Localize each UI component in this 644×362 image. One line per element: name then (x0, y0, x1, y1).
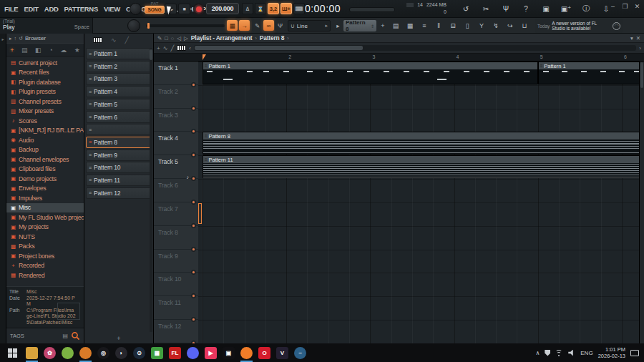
automation-filter-icon[interactable]: ╱ (125, 36, 129, 44)
playlist-breadcrumb-current[interactable]: Pattern 8 (260, 34, 285, 41)
pattern-item[interactable]: ≡ Pattern 11 (86, 175, 152, 186)
track-row[interactable]: Track 3 (154, 109, 198, 132)
plugin-picker-icon[interactable]: ▯ (462, 20, 473, 31)
taskbar-fl-studio[interactable] (238, 343, 255, 362)
add-pattern-button[interactable]: + (379, 20, 387, 31)
maximize-button[interactable]: ❐ (621, 3, 629, 10)
info-icon[interactable]: ⓘ (580, 2, 592, 15)
song-position-slider[interactable] (349, 7, 395, 12)
playlist-breadcrumb-root[interactable]: Playlist - Arrangement (191, 34, 253, 41)
vscroll-thumb[interactable] (640, 62, 643, 88)
browser-item[interactable]: ◧ Plugin database (6, 77, 84, 87)
slider-thumb[interactable] (147, 23, 150, 29)
track-name[interactable]: Track 5 (158, 158, 178, 165)
close-button[interactable]: ✕ (633, 3, 641, 10)
track-name[interactable]: Track 7 (158, 205, 178, 212)
draw-tool-icon[interactable]: ✎ (157, 35, 162, 41)
picker-scroll-thumb[interactable] (150, 49, 152, 60)
volume-icon[interactable] (568, 350, 575, 356)
menu-item[interactable]: PATTERNS (62, 5, 101, 13)
track-row[interactable]: Track 11 (154, 296, 198, 320)
taskbar-obs[interactable]: ◎ (94, 343, 112, 362)
track-name[interactable]: Track 9 (158, 253, 178, 260)
browser-item[interactable]: + Recorded (6, 261, 84, 271)
start-button[interactable] (4, 343, 21, 362)
time-display[interactable]: 0:00:00 (301, 1, 345, 16)
track-record-button[interactable] (191, 247, 196, 252)
channel-rack-icon[interactable]: ≡ (419, 20, 430, 31)
browser-item[interactable]: ▣ Recent files (6, 68, 84, 78)
marker-jump-icon[interactable]: ▸ (333, 20, 343, 31)
picker-add-button[interactable]: + (84, 333, 153, 343)
tempo-tap-icon[interactable]: Y (476, 20, 487, 31)
mixer-icon[interactable]: ‖ (433, 20, 444, 31)
one-click-record-icon[interactable]: ↺ (459, 2, 472, 15)
minimize-button[interactable]: – (609, 3, 617, 10)
track-name[interactable]: Track 10 (158, 275, 181, 283)
left-rail[interactable]: ▸ (0, 34, 6, 343)
master-volume-knob[interactable] (130, 3, 142, 15)
precount-icon[interactable]: 3,2 (268, 3, 279, 14)
notification-center-icon[interactable] (630, 350, 639, 356)
picker-scrollbar[interactable] (150, 48, 152, 332)
master-pitch-slider[interactable] (146, 24, 225, 27)
track-name[interactable]: Track 8 (158, 229, 178, 236)
slide-tool-icon[interactable]: ✎ (252, 20, 263, 31)
browser-tab-favorites[interactable]: ★ (74, 47, 80, 54)
browser-tab-recent[interactable]: ◔ (49, 47, 52, 54)
pattern-selector[interactable]: Pattern 8 ⇕ (343, 20, 376, 31)
security-shield-icon[interactable] (545, 350, 550, 356)
pattern-item[interactable]: ≡ Pattern 8 (86, 137, 152, 148)
track-row[interactable]: Track 4 (154, 132, 198, 155)
scroll-right-icon[interactable]: › (639, 45, 641, 52)
song-mode-button[interactable]: SONG (145, 6, 165, 14)
track-name[interactable]: Track 6 (158, 182, 178, 189)
taskbar-browser-app[interactable]: ~ (291, 343, 309, 362)
track-row[interactable]: Track 12 (154, 320, 198, 343)
browser-tab-all[interactable]: + (10, 47, 14, 54)
browser-item[interactable]: ▣ Project bones (6, 251, 84, 261)
tray-chevron-icon[interactable]: ∧ (535, 350, 540, 356)
pattern-item[interactable]: ≡ Pattern 6 (86, 111, 152, 122)
scroll-left-icon[interactable]: ‹ (189, 45, 191, 52)
piano-roll-icon[interactable]: ▦ (404, 20, 416, 31)
selection-marker[interactable] (198, 203, 202, 224)
browser-toggle-icon[interactable]: ⊟ (447, 20, 459, 31)
pattern-item[interactable]: ≡ Pattern 12 (86, 187, 152, 199)
help-icon[interactable]: ? (519, 2, 532, 15)
taskbar-paint-app[interactable]: ✿ (41, 343, 59, 362)
mic-stand-icon[interactable]: Ψ (275, 20, 286, 31)
playlist-icon[interactable]: ▤ (390, 20, 401, 31)
update-notification[interactable]: Today A newer version of FL Studio is av… (535, 19, 623, 33)
browser-item[interactable]: ▩ Packs (6, 242, 84, 252)
menu-item[interactable]: EDIT (21, 5, 41, 13)
piano-filter-icon[interactable] (93, 37, 102, 43)
save-icon[interactable]: ▣ (540, 2, 552, 15)
track-name[interactable]: Track 3 (158, 112, 178, 119)
pattern-item[interactable]: ≡ Pattern 9 (86, 150, 152, 161)
pattern-item[interactable]: ≡ Pattern 10 (86, 162, 152, 173)
track-row[interactable]: Track 7 (154, 202, 198, 226)
track-record-button[interactable] (191, 341, 196, 343)
audio-filter-icon[interactable]: ∿ (111, 36, 117, 44)
cut-icon[interactable]: ✂ (479, 2, 492, 15)
browser-up-icon[interactable]: ↑ (14, 36, 17, 41)
tags-folder-icon[interactable]: ▤ (62, 333, 68, 339)
track-row[interactable]: Track 2 (154, 85, 198, 109)
track-name[interactable]: Track 4 (158, 134, 178, 142)
browser-back-icon[interactable]: ↺ (19, 36, 23, 41)
browser-item[interactable]: ▣ Clipboard files (6, 165, 84, 175)
taskbar-discord[interactable] (184, 343, 202, 362)
track-row[interactable]: Track 5 ♪ (154, 155, 198, 179)
playlist-grid[interactable]: ≡Pattern 1≡Pattern 1≡Pattern 8≡Pattern 1… (198, 62, 639, 343)
follow-playback-icon[interactable]: ▦ (227, 20, 238, 31)
browser-collapse-icon[interactable]: ▸ (9, 36, 12, 41)
taskbar-cam-app[interactable]: ◗ (112, 343, 130, 362)
browser-item[interactable]: ◧ Plugin presets (6, 87, 84, 97)
pattern-item[interactable]: ≡ Pattern 2 (86, 61, 152, 72)
playlist-add-track-button[interactable]: + (157, 45, 160, 52)
pattern-item[interactable]: ≡ Pattern 1 (86, 48, 152, 59)
stop-button[interactable]: ■ (178, 4, 190, 14)
auto-scroll-icon[interactable]: → (239, 20, 250, 31)
browser-item[interactable]: ▣ Impulses (6, 193, 84, 203)
